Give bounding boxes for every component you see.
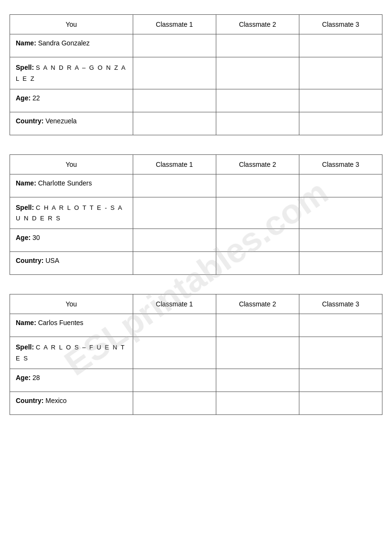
- row-label: Name:: [16, 179, 38, 187]
- table-row: Name: Carlos Fuentes: [10, 314, 382, 337]
- row-label: Age:: [16, 374, 32, 381]
- cell-classmate-1-row-0: [133, 314, 216, 337]
- table-row: Spell: C H A R L O T T E - S A U N D E R…: [10, 197, 382, 229]
- table-row: Age: 28: [10, 369, 382, 392]
- cell-classmate-1-row-3: [133, 392, 216, 414]
- cell-classmate-3-row-3: [299, 392, 382, 414]
- row-value: USA: [45, 257, 59, 264]
- header-classmate-3: Classmate 3: [299, 154, 382, 174]
- cell-classmate-3-row-2: [299, 369, 382, 392]
- header-you: You: [10, 15, 133, 34]
- cell-classmate-1-row-1: [133, 57, 216, 89]
- cell-you-row-2: Age: 22: [10, 89, 133, 112]
- table-row: Name: Sandra Gonzalez: [10, 34, 382, 57]
- cell-classmate-2-row-0: [216, 314, 299, 337]
- header-you: You: [10, 154, 133, 174]
- cell-classmate-3-row-1: [299, 337, 382, 369]
- cell-you-row-2: Age: 30: [10, 229, 133, 252]
- cell-classmate-1-row-3: [133, 112, 216, 135]
- table-row: Country: Mexico: [10, 392, 382, 414]
- cell-classmate-1-row-1: [133, 337, 216, 369]
- row-value: 22: [32, 94, 40, 102]
- cell-classmate-2-row-2: [216, 89, 299, 112]
- row-value: 30: [32, 234, 40, 241]
- cell-you-row-3: Country: Venezuela: [10, 112, 133, 135]
- cell-classmate-2-row-0: [216, 34, 299, 57]
- cell-classmate-2-row-1: [216, 197, 299, 229]
- worksheet-table-2: YouClassmate 1Classmate 2Classmate 3Name…: [10, 154, 382, 275]
- row-label: Age:: [16, 94, 32, 102]
- cell-classmate-2-row-2: [216, 369, 299, 392]
- cell-classmate-2-row-2: [216, 229, 299, 252]
- row-value: Carlos Fuentes: [38, 319, 84, 326]
- cell-classmate-2-row-1: [216, 57, 299, 89]
- cell-classmate-1-row-2: [133, 229, 216, 252]
- cell-classmate-1-row-2: [133, 89, 216, 112]
- cell-classmate-1-row-1: [133, 197, 216, 229]
- row-label: Spell:: [16, 343, 36, 351]
- row-value: Sandra Gonzalez: [38, 39, 90, 47]
- cell-classmate-3-row-1: [299, 197, 382, 229]
- cell-classmate-3-row-3: [299, 252, 382, 275]
- header-classmate-1: Classmate 1: [133, 154, 216, 174]
- header-classmate-3: Classmate 3: [299, 15, 382, 34]
- cell-you-row-1: Spell: C A R L O S – F U E N T E S: [10, 337, 133, 369]
- cell-you-row-0: Name: Charlotte Sunders: [10, 174, 133, 197]
- cell-classmate-1-row-0: [133, 34, 216, 57]
- row-value: Mexico: [45, 397, 66, 404]
- row-label: Age:: [16, 234, 32, 241]
- row-value: Charlotte Sunders: [38, 179, 92, 187]
- header-you: You: [10, 294, 133, 314]
- cell-classmate-1-row-0: [133, 174, 216, 197]
- row-value: 28: [32, 374, 40, 381]
- cell-you-row-1: Spell: S A N D R A – G O N Z A L E Z: [10, 57, 133, 89]
- row-label: Spell:: [16, 64, 36, 71]
- row-label: Name:: [16, 319, 38, 326]
- row-label: Country:: [16, 117, 45, 125]
- cell-classmate-2-row-3: [216, 252, 299, 275]
- cell-classmate-1-row-2: [133, 369, 216, 392]
- cell-you-row-3: Country: Mexico: [10, 392, 133, 414]
- cell-classmate-3-row-3: [299, 112, 382, 135]
- cell-classmate-3-row-0: [299, 34, 382, 57]
- cell-classmate-3-row-2: [299, 89, 382, 112]
- row-label: Country:: [16, 257, 45, 264]
- table-row: Name: Charlotte Sunders: [10, 174, 382, 197]
- cell-you-row-0: Name: Sandra Gonzalez: [10, 34, 133, 57]
- table-row: Spell: C A R L O S – F U E N T E S: [10, 337, 382, 369]
- cell-you-row-1: Spell: C H A R L O T T E - S A U N D E R…: [10, 197, 133, 229]
- tables-container: YouClassmate 1Classmate 2Classmate 3Name…: [10, 14, 382, 415]
- table-row: Age: 30: [10, 229, 382, 252]
- cell-classmate-3-row-0: [299, 174, 382, 197]
- table-row: Country: Venezuela: [10, 112, 382, 135]
- header-classmate-3: Classmate 3: [299, 294, 382, 314]
- header-classmate-2: Classmate 2: [216, 15, 299, 34]
- header-classmate-1: Classmate 1: [133, 294, 216, 314]
- table-row: Spell: S A N D R A – G O N Z A L E Z: [10, 57, 382, 89]
- worksheet-table-1: YouClassmate 1Classmate 2Classmate 3Name…: [10, 14, 382, 135]
- cell-classmate-3-row-2: [299, 229, 382, 252]
- cell-you-row-0: Name: Carlos Fuentes: [10, 314, 133, 337]
- row-label: Name:: [16, 39, 38, 47]
- cell-you-row-3: Country: USA: [10, 252, 133, 275]
- header-classmate-2: Classmate 2: [216, 154, 299, 174]
- row-label: Spell:: [16, 204, 36, 211]
- cell-classmate-2-row-3: [216, 392, 299, 414]
- cell-classmate-3-row-0: [299, 314, 382, 337]
- table-row: Age: 22: [10, 89, 382, 112]
- worksheet-table-3: YouClassmate 1Classmate 2Classmate 3Name…: [10, 294, 382, 415]
- cell-classmate-2-row-3: [216, 112, 299, 135]
- cell-classmate-2-row-1: [216, 337, 299, 369]
- header-classmate-1: Classmate 1: [133, 15, 216, 34]
- cell-classmate-3-row-1: [299, 57, 382, 89]
- cell-you-row-2: Age: 28: [10, 369, 133, 392]
- cell-classmate-2-row-0: [216, 174, 299, 197]
- header-classmate-2: Classmate 2: [216, 294, 299, 314]
- row-label: Country:: [16, 397, 45, 404]
- row-value: Venezuela: [45, 117, 76, 125]
- table-row: Country: USA: [10, 252, 382, 275]
- cell-classmate-1-row-3: [133, 252, 216, 275]
